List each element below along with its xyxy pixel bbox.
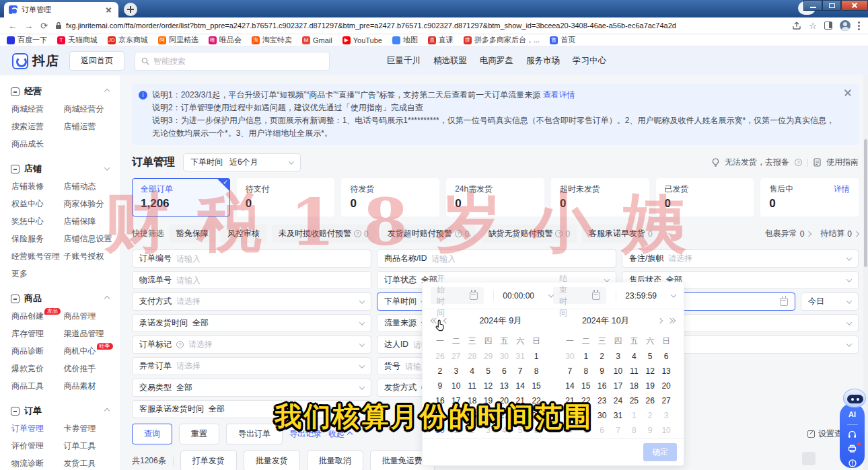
calendar-day[interactable]: 21 [562, 394, 578, 408]
trade-type-select[interactable]: 交易类型全部 [132, 379, 371, 397]
sidebar-item[interactable]: 评价管理 [11, 440, 64, 452]
status-card[interactable]: 待支付 0 [237, 178, 335, 217]
calendar-day[interactable]: 26 [432, 350, 448, 364]
scrollbar-thumb[interactable] [864, 139, 867, 267]
sidebar-item[interactable]: 商品管理 [64, 311, 116, 322]
app-menu-item[interactable]: 电商罗盘 [480, 55, 513, 67]
calendar-day[interactable]: 30 [594, 409, 610, 423]
calendar-day[interactable]: 6 [528, 424, 544, 438]
calendar-day[interactable]: 17 [610, 379, 626, 393]
window-close-button[interactable] [841, 0, 868, 11]
right-month-title[interactable]: 2024年 10月 [553, 315, 658, 327]
calendar-day[interactable]: 10 [658, 424, 674, 438]
batch-button[interactable]: 批量取消 [307, 451, 363, 470]
quick-right-link[interactable]: 包裹异常0 [765, 228, 811, 239]
calendar-day[interactable]: 12 [480, 379, 497, 393]
calendar-day[interactable]: 1 [528, 350, 544, 364]
remark-flag-select[interactable]: 备注/旗帜请选择 [622, 249, 859, 268]
sidebar-item[interactable]: 物流诊断 [11, 458, 64, 469]
status-card[interactable]: 售后中 详情 0 [760, 178, 859, 217]
calendar-day[interactable]: 12 [642, 364, 658, 379]
order-tag-select[interactable]: 订单标记请选择 [132, 336, 371, 354]
calendar-day[interactable]: 20 [658, 379, 674, 393]
calendar-day[interactable]: 26 [480, 409, 497, 423]
batch-button[interactable]: 打单发货 [180, 451, 237, 470]
quick-filter-tag[interactable]: 豁免保障 [170, 225, 215, 243]
abnormal-order-select[interactable]: 异常订单请选择 [132, 357, 371, 375]
calendar-day[interactable]: 22 [578, 394, 594, 408]
sidebar-item[interactable]: 奖惩中心 [11, 216, 64, 227]
bookmark-item[interactable]: 阿 阿里精选 [158, 35, 198, 45]
sidepanel-icon[interactable] [824, 22, 832, 30]
app-menu-item[interactable]: 巨量千川 [387, 55, 421, 67]
calendar-day[interactable]: 9 [642, 424, 658, 438]
calendar-day[interactable]: 26 [642, 394, 658, 408]
reload-icon[interactable]: ⟳ [40, 22, 48, 30]
calendar-day[interactable]: 2 [594, 350, 610, 364]
status-card[interactable]: 已发货 0 [656, 178, 754, 217]
status-card[interactable]: 24h需发货 0 [446, 178, 544, 217]
sidebar-item[interactable]: 经营账号管理 [11, 251, 64, 262]
calendar-day[interactable]: 2 [464, 424, 480, 438]
calendar-day[interactable]: 6 [594, 424, 610, 438]
sidebar-item[interactable]: 商品工具 [11, 381, 64, 392]
calendar-day[interactable]: 10 [610, 364, 626, 379]
calendar-day[interactable]: 2 [642, 409, 658, 423]
scroll-top-button[interactable] [802, 452, 816, 465]
sidebar-item[interactable]: 子账号授权 [64, 251, 116, 262]
bookmark-item[interactable]: 百度一下 [7, 35, 47, 45]
cs-promise-ship-select[interactable]: 客服承诺发货时间全部 [132, 400, 371, 418]
sidebar-item[interactable]: 店铺装修 [11, 181, 64, 192]
end-date-input[interactable]: 结束时间 [553, 287, 606, 304]
batch-button[interactable]: 批量发货 [244, 451, 300, 470]
pay-method-select[interactable]: 支付方式请选择 [132, 292, 371, 311]
calendar-day[interactable]: 22 [528, 394, 544, 408]
calendar-day[interactable]: 4 [496, 424, 512, 438]
calendar-day[interactable]: 17 [448, 394, 464, 408]
bookmark-item[interactable]: ▶ YouTube [342, 36, 382, 44]
today-select[interactable]: 今日 [801, 292, 859, 311]
calendar-day[interactable]: 1 [626, 409, 642, 423]
sidebar-item[interactable]: 订单管理 [11, 423, 64, 434]
calendar-day[interactable]: 25 [626, 394, 642, 408]
calendar-day[interactable]: 24 [448, 409, 464, 423]
back-icon[interactable]: ← [8, 22, 17, 30]
share-icon[interactable] [792, 22, 801, 30]
tab-close-icon[interactable] [104, 5, 114, 15]
sidebar-item[interactable]: 卡券管理 [64, 423, 116, 434]
promise-ship-time-select[interactable]: 承诺发货时间全部 [132, 314, 371, 332]
sidebar-item[interactable]: 商品素材 [64, 381, 116, 392]
calendar-day[interactable]: 5 [578, 424, 594, 438]
address-bar[interactable]: fxg.jinritemai.com/ffa/morder/order/list… [55, 19, 785, 32]
calendar-day[interactable]: 5 [512, 424, 528, 438]
calendar-day[interactable]: 8 [626, 424, 642, 438]
calendar-day[interactable]: 5 [480, 364, 497, 379]
calendar-day[interactable]: 14 [512, 379, 528, 393]
bookmark-item[interactable]: 首 首页 [550, 35, 575, 45]
calendar-day[interactable]: 7 [512, 364, 528, 379]
calendar-day[interactable]: 30 [562, 350, 578, 364]
sidebar-item[interactable]: 权益中心 [11, 198, 64, 210]
calendar-day[interactable]: 29 [480, 350, 497, 364]
bookmark-item[interactable]: 拼 拼多多商家后台，... [464, 35, 540, 45]
sidebar-item[interactable]: 发货工具 [64, 458, 116, 469]
export-order-button[interactable]: 导出订单 [226, 424, 283, 444]
sidebar-item[interactable]: 商品成长 [11, 139, 64, 150]
calendar-day[interactable]: 28 [464, 350, 480, 364]
collapse-link[interactable]: 收起 [328, 428, 352, 440]
calendar-day[interactable]: 3 [658, 409, 674, 423]
calendar-day[interactable]: 21 [512, 394, 528, 408]
calendar-day[interactable]: 7 [562, 364, 578, 379]
next-month-button[interactable] [657, 318, 663, 323]
calendar-day[interactable]: 15 [578, 379, 594, 393]
app-menu-item[interactable]: 服务市场 [526, 55, 560, 67]
app-menu-item[interactable]: 精选联盟 [433, 55, 467, 67]
calendar-day[interactable]: 6 [496, 364, 512, 379]
window-minimize-button[interactable] [803, 0, 822, 11]
calendar-day[interactable]: 9 [432, 379, 448, 393]
calendar-day[interactable]: 7 [610, 424, 626, 438]
printer-icon[interactable] [846, 444, 859, 454]
alert-icon[interactable] [846, 458, 859, 468]
calendar-day[interactable]: 16 [432, 394, 448, 408]
calendar-day[interactable]: 3 [480, 424, 497, 438]
